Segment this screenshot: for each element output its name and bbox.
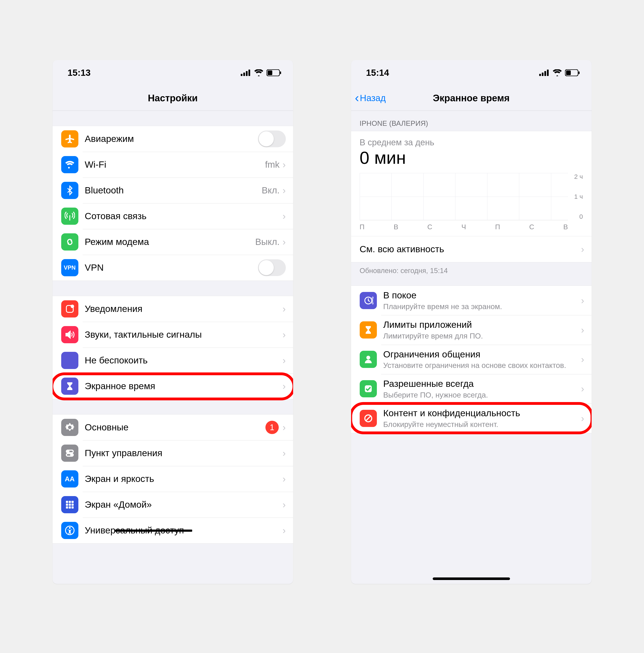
chevron-right-icon: ›	[283, 525, 286, 536]
row-cellular[interactable]: Сотовая связь ›	[53, 203, 293, 229]
row-title: Режим модема	[85, 236, 255, 248]
row-bluetooth[interactable]: Bluetooth Вкл. ›	[53, 177, 293, 203]
badge: 1	[265, 421, 279, 434]
x-tick: С	[427, 223, 432, 231]
row-notifications[interactable]: Уведомления ›	[53, 296, 293, 322]
row-see-all[interactable]: См. всю активность ›	[351, 236, 592, 262]
status-indicators	[539, 69, 580, 76]
moon-icon	[61, 352, 78, 369]
group-connectivity: Авиарежим Wi-Fi fmk › Bluetooth Вкл. › С…	[53, 126, 293, 281]
navbar-title: Настройки	[148, 93, 197, 103]
row-dnd[interactable]: Не беспокоить ›	[53, 347, 293, 373]
row-title: VPN	[85, 262, 258, 273]
chevron-right-icon: ›	[283, 381, 286, 391]
link-icon	[61, 233, 78, 250]
svg-rect-3	[248, 70, 250, 76]
back-button[interactable]: ‹ Назад	[355, 86, 386, 111]
svg-rect-21	[72, 506, 74, 509]
screentime-content[interactable]: IPHONE (ВАЛЕРИЯ) В среднем за день 0 мин…	[351, 111, 592, 584]
row-homescreen[interactable]: Экран «Домой» ›	[53, 492, 293, 517]
gear-icon	[61, 419, 78, 436]
row-title: Wi-Fi	[85, 159, 265, 170]
svg-rect-5	[267, 70, 272, 75]
grid-icon	[61, 496, 78, 513]
row-content-privacy[interactable]: Контент и конфиденциальность Блокируйте …	[351, 404, 592, 433]
group-alerts: Уведомления › Звуки, тактильные сигналы …	[53, 296, 293, 399]
avg-label: В среднем за день	[360, 138, 583, 147]
row-hotspot[interactable]: Режим модема Выкл. ›	[53, 229, 293, 255]
usage-chart-card[interactable]: В среднем за день 0 мин 2 ч 1 ч 0	[351, 131, 592, 236]
chevron-right-icon: ›	[283, 185, 286, 196]
settings-list[interactable]: Авиарежим Wi-Fi fmk › Bluetooth Вкл. › С…	[53, 111, 293, 584]
y-tick: 0	[569, 213, 583, 220]
row-detail: Выкл.	[255, 237, 280, 247]
chevron-right-icon: ›	[581, 354, 584, 365]
row-display[interactable]: AA Экран и яркость ›	[53, 466, 293, 492]
row-detail: Вкл.	[262, 185, 280, 196]
row-accessibility[interactable]: Универсальный доступ ›	[53, 517, 293, 543]
svg-rect-17	[69, 504, 71, 506]
navbar-title: Экранное время	[433, 93, 509, 103]
x-tick: В	[563, 223, 568, 231]
row-subtitle: Планируйте время не за экраном.	[383, 301, 581, 312]
hourglass-icon	[61, 378, 78, 395]
row-subtitle: Установите ограничения на основе своих к…	[383, 360, 581, 370]
row-title: Не беспокоить	[85, 355, 283, 366]
redaction-bar	[115, 530, 192, 532]
svg-rect-15	[72, 501, 74, 503]
chevron-right-icon: ›	[283, 237, 286, 247]
row-title: Пункт управления	[85, 448, 283, 459]
chevron-right-icon: ›	[581, 383, 584, 394]
chevron-right-icon: ›	[283, 422, 286, 433]
svg-rect-18	[72, 504, 74, 506]
status-bar: 15:14	[351, 60, 592, 86]
svg-rect-2	[246, 71, 247, 76]
home-indicator[interactable]	[433, 577, 510, 580]
x-tick: Ч	[461, 223, 466, 231]
status-time: 15:14	[366, 68, 389, 78]
screentime-options: В покое Планируйте время не за экраном. …	[351, 286, 592, 433]
svg-rect-26	[544, 71, 546, 76]
avg-value: 0 мин	[360, 148, 583, 168]
y-tick: 2 ч	[569, 173, 583, 180]
row-vpn[interactable]: VPN VPN	[53, 255, 293, 281]
svg-point-12	[71, 454, 72, 456]
row-title: Звуки, тактильные сигналы	[85, 329, 283, 340]
row-applimits[interactable]: Лимиты приложений Лимитируйте время для …	[351, 315, 592, 344]
chevron-right-icon: ›	[581, 295, 584, 306]
navbar: Настройки	[53, 86, 293, 111]
chevron-right-icon: ›	[581, 324, 584, 335]
row-wifi[interactable]: Wi-Fi fmk ›	[53, 152, 293, 177]
svg-rect-0	[241, 74, 242, 76]
row-commlimits[interactable]: Ограничения общения Установите ограничен…	[351, 345, 592, 374]
wifi-icon	[61, 156, 78, 173]
svg-point-11	[67, 451, 69, 452]
x-tick: С	[529, 223, 534, 231]
row-sounds[interactable]: Звуки, тактильные сигналы ›	[53, 322, 293, 347]
cellular-icon	[539, 70, 550, 76]
textsize-icon: AA	[61, 470, 78, 487]
row-title: Авиарежим	[85, 133, 258, 145]
wifi-status-icon	[552, 69, 562, 76]
svg-rect-13	[66, 501, 68, 503]
x-tick: П	[495, 223, 500, 231]
row-downtime[interactable]: В покое Планируйте время не за экраном. …	[351, 286, 592, 315]
svg-point-23	[69, 527, 71, 529]
vpn-toggle[interactable]	[258, 259, 286, 276]
row-control-center[interactable]: Пункт управления ›	[53, 440, 293, 466]
chevron-right-icon: ›	[581, 244, 584, 255]
row-always-allowed[interactable]: Разрешенные всегда Выберите ПО, нужное в…	[351, 374, 592, 404]
group-general: Основные 1 › Пункт управления › AA Экран…	[53, 414, 293, 543]
airplane-toggle[interactable]	[258, 130, 286, 147]
row-general[interactable]: Основные 1 ›	[53, 414, 293, 440]
device-header: IPHONE (ВАЛЕРИЯ)	[351, 111, 592, 131]
svg-rect-29	[566, 70, 571, 75]
wifi-status-icon	[254, 69, 263, 76]
row-airplane[interactable]: Авиарежим	[53, 126, 293, 152]
row-screentime[interactable]: Экранное время ›	[53, 373, 293, 399]
svg-rect-24	[539, 74, 541, 76]
row-detail: fmk	[265, 160, 280, 170]
screentime-screen: 15:14 ‹ Назад Экранное время IPHONE (ВАЛ…	[351, 60, 592, 584]
chevron-right-icon: ›	[283, 304, 286, 314]
svg-rect-19	[66, 506, 68, 509]
